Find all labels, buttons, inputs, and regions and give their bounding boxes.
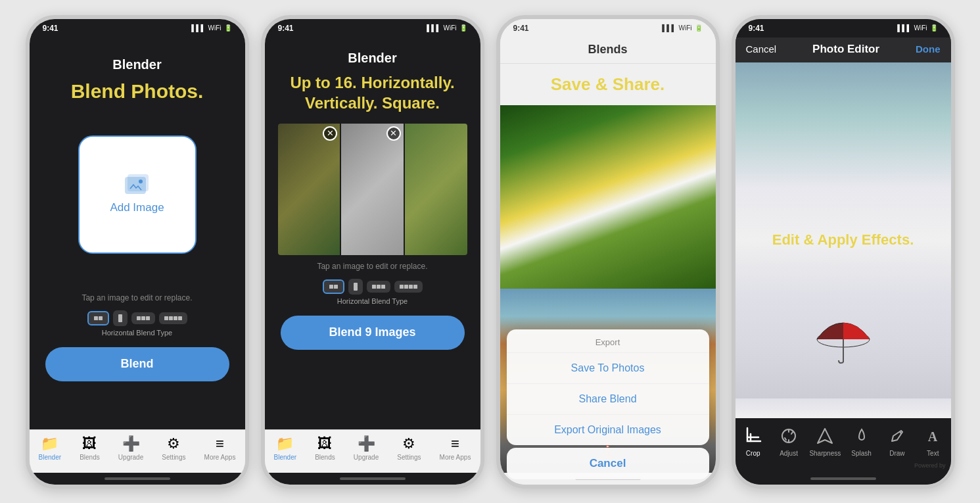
screen4-header: Cancel Photo Editor Done [735,37,951,62]
screen2-phone: 9:41 ▌▌▌ WiFi 🔋 Blender Up to 16. Horizo… [261,15,484,489]
tool-text[interactable]: A Text [918,425,948,457]
draw-label: Draw [889,450,904,457]
wifi-icon-4: WiFi [914,24,927,32]
tool-draw[interactable]: Draw [882,425,912,457]
tab-blends-label-2: Blends [315,454,335,461]
blender-icon-2: 📁 [276,435,294,452]
tool-adjust[interactable]: Adjust [774,425,804,457]
photo-cell-3[interactable] [405,124,467,255]
tab-upgrade-1[interactable]: ➕ Upgrade [118,435,143,461]
sharpness-icon-wrap [814,425,836,447]
flower-image [500,105,716,289]
screen3-header-title: Blends [511,43,705,57]
blend-type-row-1 [87,310,187,326]
tab-blends-1[interactable]: 🖼 Blends [80,435,100,461]
remove-photo-2[interactable]: ✕ [386,126,401,141]
add-image-button[interactable]: Add Image [78,135,197,254]
screen3-phone: 9:41 ▌▌▌ WiFi 🔋 Blends Save & Share. 🗼 E… [496,15,720,489]
blend-type-3col-2[interactable] [367,281,390,293]
text-icon-wrap: A [922,425,944,447]
blend-button-2[interactable]: Blend 9 Images [281,316,465,350]
blend-type-separator[interactable] [113,310,128,326]
svg-line-11 [785,438,786,440]
screen1-body: Blender Blend Photos. Add Image Tap an i… [30,37,245,429]
status-icons-2: ▌▌▌ WiFi 🔋 [427,24,467,32]
tool-crop[interactable]: Crop [738,425,768,457]
snow-ground [735,398,951,418]
tab-settings-label-1: Settings [162,454,185,461]
tab-settings-label-2: Settings [397,454,421,461]
tab-moreapps-1[interactable]: ≡ More Apps [204,435,236,461]
status-icons-1: ▌▌▌ WiFi 🔋 [191,24,231,32]
blend-type-2col[interactable] [87,311,109,325]
home-bar-2 [340,477,406,480]
battery-icon-4: 🔋 [930,24,938,32]
home-indicator-4 [735,473,951,485]
screen2-body: Blender Up to 16. Horizontally. Vertical… [265,37,480,429]
photo-cell-1[interactable]: ✕ [278,124,340,255]
blend-button-1[interactable]: Blend [45,347,229,381]
photo-editor-done[interactable]: Done [916,43,941,55]
export-sheet: Export Save To Photos Share Blend Export… [507,329,709,445]
tab-moreapps-label-2: More Apps [440,454,471,461]
powered-by-text: Powered by [914,462,946,469]
tab-settings-2[interactable]: ⚙ Settings [397,435,421,461]
status-bar-2: 9:41 ▌▌▌ WiFi 🔋 [265,19,480,37]
blend-type-4col-2[interactable] [394,281,423,293]
share-blend-button[interactable]: Share Blend [507,384,709,415]
blends-icon-2: 🖼 [317,435,332,452]
splash-icon-wrap [851,425,873,447]
crop-label: Crop [746,450,760,457]
blender-icon: 📁 [41,435,58,452]
photo-editor-image: Edit & Apply Effects. [735,62,951,418]
svg-line-13 [900,432,901,433]
home-indicator-2 [265,473,480,485]
tap-hint-2: Tap an image to edit or replace. [317,262,427,271]
blend-type-label-2: Horizontal Blend Type [337,297,408,305]
photo-editor-cancel[interactable]: Cancel [746,43,777,55]
tab-moreapps-label-1: More Apps [204,454,236,461]
adjust-icon-wrap [778,425,800,447]
save-to-photos-button[interactable]: Save To Photos [507,353,709,384]
cancel-export-button[interactable]: Cancel [507,448,709,479]
blend-type-row-2 [323,279,423,295]
tab-blends-2[interactable]: 🖼 Blends [315,435,335,461]
blend-type-label-1: Horizontal Blend Type [102,329,172,337]
tab-upgrade-2[interactable]: ➕ Upgrade [354,435,379,461]
signal-icon-2: ▌▌▌ [427,24,440,32]
tab-moreapps-2[interactable]: ≡ More Apps [440,435,471,461]
umbrella-graphic [814,320,873,366]
tab-blender-1[interactable]: 📁 Blender [39,435,61,461]
screen2-title: Blender [348,51,396,66]
tool-sharpness[interactable]: Sharpness [809,425,841,457]
screen2-headline: Up to 16. Horizontally. Vertically. Squa… [278,72,467,113]
blend-type-sep-2[interactable] [348,279,363,295]
export-originals-button[interactable]: Export Original Images [507,415,709,445]
battery-icon: 🔋 [224,24,232,32]
screen4-headline: Edit & Apply Effects. [772,231,914,249]
blend-type-4col[interactable] [159,312,187,324]
blends-icon-1: 🖼 [82,435,97,452]
screen4-toolbar: Crop Adjust Sharpness [735,418,951,461]
screen1-phone: 9:41 ▌▌▌ WiFi 🔋 Blender Blend Photos. Ad… [26,15,249,489]
status-time-3: 9:41 [513,24,529,33]
tool-splash[interactable]: Splash [847,425,877,457]
wifi-icon-3: WiFi [679,24,692,32]
upgrade-icon-2: ➕ [358,435,375,452]
blend-type-2col-2[interactable] [323,279,344,294]
home-bar-1 [105,477,170,480]
tab-blender-2[interactable]: 📁 Blender [274,435,296,461]
photo-grid: ✕ ✕ [278,124,467,255]
adjust-label: Adjust [780,450,798,457]
photo-row-flower [500,105,716,289]
blend-type-3col[interactable] [131,312,155,324]
svg-rect-1 [128,175,148,191]
svg-point-2 [139,180,143,183]
tab-settings-1[interactable]: ⚙ Settings [162,435,185,461]
wifi-icon: WiFi [208,24,222,32]
signal-icon-3: ▌▌▌ [662,24,676,32]
tab-upgrade-label-1: Upgrade [118,454,143,461]
photo-cell-2[interactable]: ✕ [341,124,404,255]
add-image-label: Add Image [110,201,164,214]
remove-photo-1[interactable]: ✕ [323,126,337,141]
